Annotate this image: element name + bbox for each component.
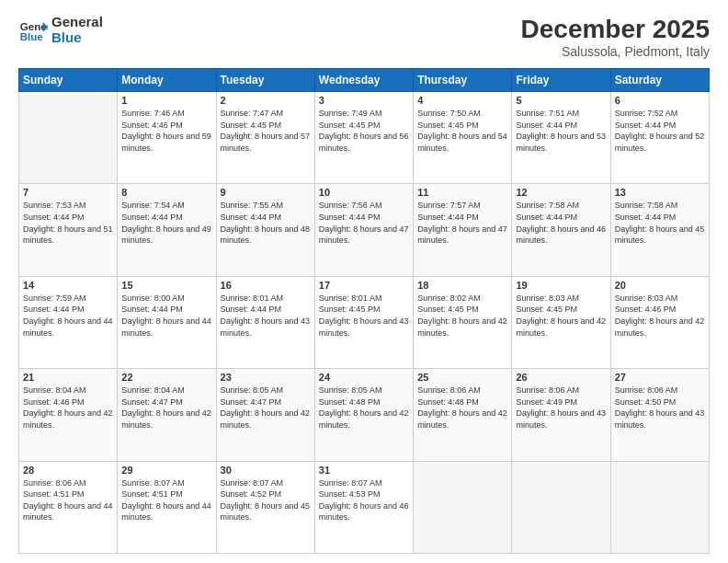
- weekday-header-row: SundayMondayTuesdayWednesdayThursdayFrid…: [19, 69, 710, 92]
- calendar-cell: 17Sunrise: 8:01 AMSunset: 4:45 PMDayligh…: [314, 276, 413, 368]
- day-info: Sunrise: 7:50 AMSunset: 4:45 PMDaylight:…: [417, 108, 507, 154]
- week-row-1: 1Sunrise: 7:46 AMSunset: 4:46 PMDaylight…: [19, 92, 710, 184]
- weekday-header-saturday: Saturday: [610, 69, 709, 92]
- calendar-cell: 7Sunrise: 7:53 AMSunset: 4:44 PMDaylight…: [19, 184, 118, 276]
- calendar-cell: 28Sunrise: 8:06 AMSunset: 4:51 PMDayligh…: [19, 461, 118, 553]
- daylight-text: Daylight: 8 hours and 46 minutes.: [516, 224, 606, 246]
- sunset-text: Sunset: 4:44 PM: [516, 213, 577, 222]
- calendar-cell: [512, 461, 610, 553]
- svg-text:Blue: Blue: [20, 30, 44, 41]
- sunrise-text: Sunrise: 7:46 AM: [121, 109, 185, 118]
- sunset-text: Sunset: 4:45 PM: [516, 304, 577, 314]
- day-info: Sunrise: 7:53 AMSunset: 4:44 PMDaylight:…: [23, 200, 113, 246]
- day-info: Sunrise: 8:00 AMSunset: 4:44 PMDaylight:…: [121, 293, 211, 339]
- day-info: Sunrise: 7:59 AMSunset: 4:44 PMDaylight:…: [23, 293, 113, 339]
- daylight-text: Daylight: 8 hours and 42 minutes.: [417, 408, 507, 430]
- month-title: December 2025: [521, 15, 710, 44]
- day-number: 4: [417, 95, 507, 106]
- weekday-header-friday: Friday: [512, 69, 610, 92]
- calendar-cell: 4Sunrise: 7:50 AMSunset: 4:45 PMDaylight…: [414, 92, 512, 184]
- day-number: 21: [23, 372, 113, 383]
- logo-blue: Blue: [51, 30, 103, 46]
- day-number: 7: [23, 187, 113, 198]
- calendar-cell: 18Sunrise: 8:02 AMSunset: 4:45 PMDayligh…: [414, 276, 512, 368]
- sunset-text: Sunset: 4:44 PM: [615, 213, 677, 222]
- calendar-cell: 31Sunrise: 8:07 AMSunset: 4:53 PMDayligh…: [314, 461, 413, 553]
- daylight-text: Daylight: 8 hours and 42 minutes.: [221, 408, 311, 430]
- sunset-text: Sunset: 4:53 PM: [319, 489, 381, 499]
- day-number: 6: [615, 95, 705, 106]
- sunset-text: Sunset: 4:45 PM: [417, 121, 479, 130]
- calendar-cell: 13Sunrise: 7:58 AMSunset: 4:44 PMDayligh…: [610, 184, 709, 276]
- daylight-text: Daylight: 8 hours and 47 minutes.: [319, 224, 409, 246]
- sunset-text: Sunset: 4:44 PM: [23, 213, 85, 222]
- day-number: 23: [221, 372, 311, 383]
- sunset-text: Sunset: 4:46 PM: [615, 304, 677, 314]
- day-info: Sunrise: 7:56 AMSunset: 4:44 PMDaylight:…: [319, 200, 409, 246]
- day-number: 13: [615, 187, 705, 198]
- calendar-cell: 5Sunrise: 7:51 AMSunset: 4:44 PMDaylight…: [512, 92, 610, 184]
- sunrise-text: Sunrise: 7:51 AM: [516, 109, 579, 118]
- day-info: Sunrise: 7:52 AMSunset: 4:44 PMDaylight:…: [615, 108, 705, 154]
- daylight-text: Daylight: 8 hours and 57 minutes.: [221, 132, 311, 153]
- day-number: 2: [221, 95, 311, 106]
- day-info: Sunrise: 8:06 AMSunset: 4:50 PMDaylight:…: [615, 385, 705, 431]
- calendar-cell: 2Sunrise: 7:47 AMSunset: 4:45 PMDaylight…: [216, 92, 314, 184]
- sunrise-text: Sunrise: 8:03 AM: [516, 293, 579, 303]
- calendar-cell: 29Sunrise: 8:07 AMSunset: 4:51 PMDayligh…: [118, 461, 216, 553]
- calendar-cell: 20Sunrise: 8:03 AMSunset: 4:46 PMDayligh…: [610, 276, 709, 368]
- day-number: 29: [121, 465, 211, 476]
- weekday-header-wednesday: Wednesday: [314, 69, 413, 92]
- sunset-text: Sunset: 4:51 PM: [23, 489, 85, 499]
- weekday-header-monday: Monday: [118, 69, 216, 92]
- day-number: 17: [319, 280, 409, 291]
- sunrise-text: Sunrise: 8:07 AM: [121, 478, 185, 488]
- day-number: 18: [417, 280, 507, 291]
- day-info: Sunrise: 8:01 AMSunset: 4:45 PMDaylight:…: [319, 293, 409, 339]
- daylight-text: Daylight: 8 hours and 44 minutes.: [121, 501, 211, 523]
- day-number: 11: [417, 187, 507, 198]
- day-number: 20: [615, 280, 705, 291]
- calendar-cell: 30Sunrise: 8:07 AMSunset: 4:52 PMDayligh…: [216, 461, 314, 553]
- daylight-text: Daylight: 8 hours and 43 minutes.: [319, 316, 409, 338]
- sunset-text: Sunset: 4:48 PM: [319, 397, 381, 407]
- sunrise-text: Sunrise: 8:05 AM: [319, 385, 382, 395]
- sunrise-text: Sunrise: 8:06 AM: [23, 478, 86, 488]
- day-info: Sunrise: 8:07 AMSunset: 4:53 PMDaylight:…: [319, 477, 409, 523]
- week-row-5: 28Sunrise: 8:06 AMSunset: 4:51 PMDayligh…: [19, 461, 710, 553]
- daylight-text: Daylight: 8 hours and 43 minutes.: [516, 408, 606, 430]
- sunrise-text: Sunrise: 7:58 AM: [615, 201, 678, 210]
- day-info: Sunrise: 8:03 AMSunset: 4:46 PMDaylight:…: [615, 293, 705, 339]
- sunrise-text: Sunrise: 8:03 AM: [615, 293, 678, 303]
- week-row-2: 7Sunrise: 7:53 AMSunset: 4:44 PMDaylight…: [19, 184, 710, 276]
- day-info: Sunrise: 8:04 AMSunset: 4:46 PMDaylight:…: [23, 385, 113, 431]
- day-number: 16: [221, 280, 311, 291]
- calendar-cell: 27Sunrise: 8:06 AMSunset: 4:50 PMDayligh…: [610, 369, 709, 461]
- day-number: 19: [516, 280, 606, 291]
- logo-icon: General Blue: [18, 16, 48, 45]
- calendar-cell: 16Sunrise: 8:01 AMSunset: 4:44 PMDayligh…: [216, 276, 314, 368]
- weekday-header-sunday: Sunday: [19, 69, 118, 92]
- day-info: Sunrise: 7:57 AMSunset: 4:44 PMDaylight:…: [417, 200, 507, 246]
- sunset-text: Sunset: 4:49 PM: [516, 397, 577, 407]
- calendar-cell: 22Sunrise: 8:04 AMSunset: 4:47 PMDayligh…: [118, 369, 216, 461]
- weekday-header-thursday: Thursday: [414, 69, 512, 92]
- calendar-cell: 14Sunrise: 7:59 AMSunset: 4:44 PMDayligh…: [19, 276, 118, 368]
- sunset-text: Sunset: 4:52 PM: [221, 489, 282, 499]
- daylight-text: Daylight: 8 hours and 42 minutes.: [417, 316, 507, 338]
- calendar-cell: 26Sunrise: 8:06 AMSunset: 4:49 PMDayligh…: [512, 369, 610, 461]
- calendar-cell: 6Sunrise: 7:52 AMSunset: 4:44 PMDaylight…: [610, 92, 709, 184]
- sunset-text: Sunset: 4:50 PM: [615, 397, 677, 407]
- day-info: Sunrise: 8:06 AMSunset: 4:51 PMDaylight:…: [23, 477, 113, 523]
- weekday-header-tuesday: Tuesday: [216, 69, 314, 92]
- calendar-cell: 23Sunrise: 8:05 AMSunset: 4:47 PMDayligh…: [216, 369, 314, 461]
- sunset-text: Sunset: 4:44 PM: [23, 304, 85, 314]
- sunrise-text: Sunrise: 7:49 AM: [319, 109, 382, 118]
- sunrise-text: Sunrise: 8:05 AM: [221, 385, 284, 395]
- day-info: Sunrise: 7:54 AMSunset: 4:44 PMDaylight:…: [121, 200, 211, 246]
- calendar-table: SundayMondayTuesdayWednesdayThursdayFrid…: [18, 68, 710, 554]
- daylight-text: Daylight: 8 hours and 47 minutes.: [417, 224, 507, 246]
- day-number: 10: [319, 187, 409, 198]
- sunset-text: Sunset: 4:51 PM: [121, 489, 183, 499]
- sunrise-text: Sunrise: 7:47 AM: [221, 109, 284, 118]
